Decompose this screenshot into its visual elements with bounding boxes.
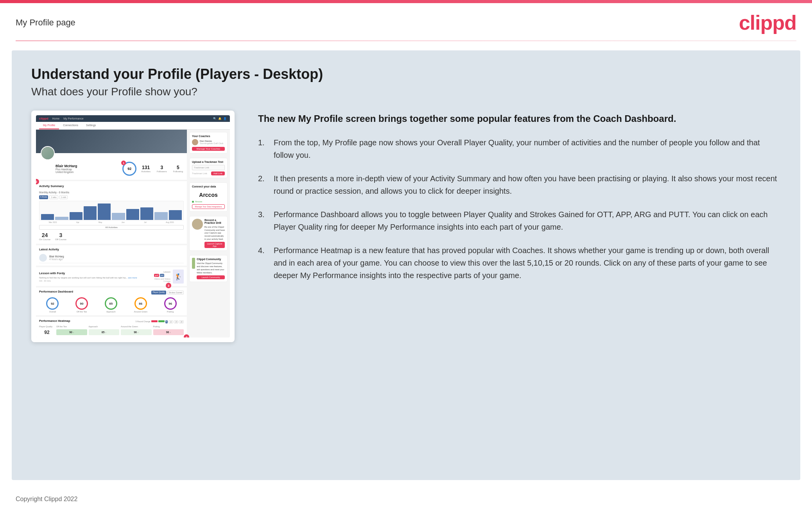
content-title: Understand your Profile (Players - Deskt… [31,66,781,82]
page-title: My Profile page [16,18,75,28]
mock-connect-box: Connect your data Arccos Arccos Manage Y… [189,182,228,212]
mock-trackman-title: Upload a Trackman Test [192,161,225,163]
mock-on-off-row: 24 On Course 3 Off Course [39,232,184,241]
mock-lesson-meta: 01h : 30 mins [39,280,154,282]
user-icon: 👤 [223,117,227,120]
search-icon: 🔍 [213,117,217,120]
mock-followers-num: 3 [157,165,167,170]
mock-following-stat: 5 Following [173,165,183,173]
mock-left-panel: Blair McHarg Plus Handicap United Kingdo… [36,130,187,337]
mock-nav-performance: My Performance [63,117,83,120]
mock-nav-home: Home [52,117,60,120]
list-number-1: 1. [258,136,269,161]
mock-perf-section: Performance Dashboard Player Quality Str… [36,287,187,315]
mock-lesson-info: Nothing to feel like my targets are work… [39,277,154,279]
mock-heatmap-arg: 96 ↑ [121,329,152,335]
mock-following-num: 5 [173,165,183,170]
mock-off-course: 3 Off Course [55,232,66,241]
mock-heatmap-section: Performance Heatmap 5 Round Change 5 10 … [36,317,187,337]
mock-activity-header: Activity Summary [39,184,184,189]
mock-trackman-box: Upload a Trackman Test Trackman Link Tra… [189,158,228,178]
mock-community-box: Clippd Community Visit the Clippd Commun… [189,255,228,282]
mock-drill-btn[interactable]: Launch Capture App [204,242,225,248]
mock-player-name: Blair McHarg [56,164,118,168]
list-number-3: 3. [258,208,269,233]
mock-bar-chart [39,201,184,220]
list-item-2: 2. It then presents a more in-depth view… [258,172,781,197]
mock-toggle-row: 5 Rnds 1 wks 1 mth [39,195,184,199]
mock-tab-profile[interactable]: My Profile [39,122,59,129]
list-text-1: From the top, My Profile page now shows … [274,136,781,161]
mock-nav-icons: 🔍 🔔 👤 [213,117,227,120]
mock-ring-putt: 96 Putting [164,297,177,313]
mock-heatmap-title: Performance Heatmap [39,319,70,323]
mock-right-panel: Your Coaches Dan Davies Sunningdale Golf… [187,130,230,337]
mock-quality-ring: 1 92 [122,162,136,176]
mock-dot-green [192,201,194,203]
mock-following-label: Following [173,170,183,173]
mock-tab-settings[interactable]: Settings [82,122,100,129]
mock-tabs: My Profile Connections Settings [36,122,230,130]
mock-activity-text-1: Blair McHarg4 hours ago [49,255,64,261]
mock-arccos-status: Arccos [192,200,225,203]
bar-2 [55,217,68,220]
mock-chart-labels: Mar 2021AprMayJunJulAug 2021 [39,221,184,223]
mock-connect-manage-btn[interactable]: Manage Your Data Integrations [192,204,225,209]
mock-ring-5: 96 [164,297,177,310]
mock-coaches-btn[interactable]: Manage Your Coaches [192,147,225,151]
mock-lesson-figure: 🏌️ [173,270,184,284]
mock-all-activities-btn[interactable]: All Activities [39,225,184,230]
header: My Profile page clippd [0,3,812,41]
mock-drill-box: Record a Practice Drill Be one of the Cl… [189,216,228,251]
content-subtitle: What does your Profile show you? [31,86,781,98]
mock-heatmap-putt: 96 ↑ [153,329,184,335]
top-stripe [0,0,812,3]
mock-activity-item-1: Blair McHarg4 hours ago [39,253,184,263]
mock-followers-label: Followers [157,170,167,173]
mock-heatmap-data: 92 90 ↑ 85 ↑ 96 ↑ 96 ↑ [39,329,184,335]
mock-two-panel: Blair McHarg Plus Handicap United Kingdo… [36,130,230,337]
list-item-4: 4. Performance Heatmap is a new feature … [258,244,781,282]
mock-coaches-box: Your Coaches Dan Davies Sunningdale Golf… [189,132,228,154]
mock-off-course-num: 3 [55,232,66,238]
mock-heatmap-controls: 5 Round Change 5 10 15 20 [136,320,184,323]
bar-6 [112,213,125,220]
mock-lesson-tags: golf drill [154,274,170,277]
mock-trackman-input: Trackman Link [192,165,225,170]
mock-activity-section: 2 Activity Summary Monthly Activity - 6 … [36,181,187,244]
mock-profile-row: Blair McHarg Plus Handicap United Kingdo… [36,153,187,180]
list-number-4: 4. [258,244,269,282]
bar-7 [126,209,139,220]
bar-5 [98,204,111,220]
mock-heatmap-ott: 90 ↑ [56,329,87,335]
mock-perf-toggles: Player Quality Strokes Gained [151,291,184,295]
mock-ring-3: 85 [105,297,117,310]
mock-avatar [41,146,55,160]
footer: Copyright Clippd 2022 [0,489,812,507]
badge-4: 4 [184,334,189,337]
mock-ring-3-label: Approach [106,311,116,313]
logo: clippd [739,11,796,34]
bar-3 [70,212,82,220]
mock-trackman-btn[interactable]: Add Link [211,171,225,175]
mock-ring-4-label: Around Green [134,311,147,313]
mock-drill-text: Be one of the Clippd Community and have … [204,226,225,241]
mock-connect-title: Connect your data [192,185,225,188]
bar-10 [169,210,182,220]
mock-coach-club: Sunningdale Golf Club [200,142,223,145]
badge-2: 2 [36,179,39,184]
mock-community-btn[interactable]: Launch Community [197,275,225,279]
mock-arccos-logo: Arccos [192,189,225,200]
mock-logo: clippd [39,117,48,120]
mock-ring-2: 90 [75,297,88,310]
mock-stats-row: 131 Activities 3 Followers 5 Following [141,165,183,173]
mock-tab-connections[interactable]: Connections [59,122,82,129]
mock-coach-avatar [192,139,198,145]
mock-activities-stat: 131 Activities [141,165,151,173]
mock-heatmap-app: 85 ↑ [89,329,120,335]
bar-9 [154,212,167,220]
mock-activity-title: Activity Summary [39,184,64,188]
mock-quality-value: 92 [127,167,131,171]
mock-ring-5-label: Putting [167,311,174,313]
main-content: Understand your Profile (Players - Deskt… [12,50,800,480]
